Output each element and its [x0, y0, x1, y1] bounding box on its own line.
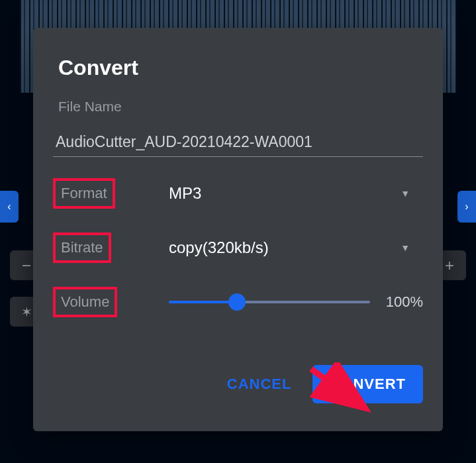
chevron-down-icon: ▼ [401, 242, 410, 253]
volume-row: Volume 100% [53, 287, 423, 317]
format-dropdown[interactable]: MP3 ▼ [136, 179, 423, 208]
cancel-button[interactable]: CANCEL [220, 366, 299, 402]
bitrate-value: copy(320kb/s) [169, 238, 269, 257]
nav-next-button[interactable]: › [457, 191, 476, 223]
bitrate-dropdown[interactable]: copy(320kb/s) ▼ [136, 233, 423, 262]
minus-icon: − [22, 256, 31, 275]
volume-value: 100% [383, 293, 423, 311]
file-name-label: File Name [58, 99, 423, 115]
format-value: MP3 [169, 184, 201, 203]
gear-icon: ✶ [21, 304, 32, 320]
chevron-right-icon: › [465, 201, 468, 213]
volume-label: Volume [53, 287, 117, 317]
convert-button[interactable]: CONVERT [312, 365, 423, 403]
plus-icon: + [445, 256, 454, 275]
bitrate-row: Bitrate copy(320kb/s) ▼ [53, 232, 423, 263]
chevron-left-icon: ‹ [7, 201, 11, 213]
chevron-down-icon: ▼ [401, 188, 410, 199]
format-label: Format [53, 178, 115, 209]
bitrate-label: Bitrate [53, 232, 111, 263]
nav-prev-button[interactable]: ‹ [0, 191, 19, 223]
format-row: Format MP3 ▼ [53, 178, 423, 209]
file-name-input[interactable] [53, 128, 423, 157]
dialog-actions: CANCEL CONVERT [53, 365, 423, 403]
convert-dialog: Convert File Name Format MP3 ▼ Bitrate c… [33, 28, 443, 431]
slider-fill [169, 301, 237, 303]
dialog-title: Convert [58, 56, 423, 80]
volume-slider[interactable] [169, 301, 370, 303]
slider-thumb[interactable] [228, 293, 246, 311]
